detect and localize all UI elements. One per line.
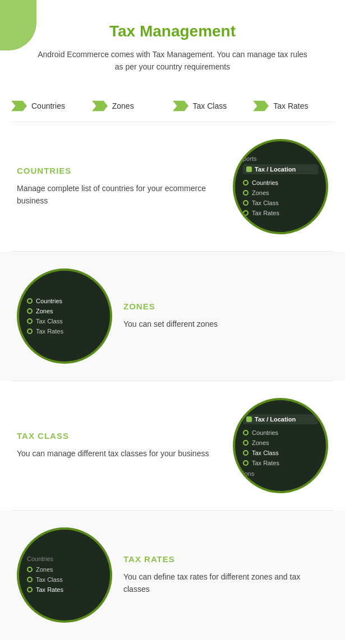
feature-label-countries: Countries — [31, 101, 65, 110]
svg-marker-3 — [253, 100, 269, 111]
section-taxclass: TAX CLASS You can manage different tax c… — [0, 381, 345, 510]
mock-label-taxrates-3: Tax Rates — [252, 460, 279, 466]
mock-label-taxrates: Tax Rates — [252, 210, 279, 216]
taxclass-body: You can manage different tax classes for… — [17, 447, 222, 460]
mock-label-zones: Zones — [252, 189, 269, 196]
mock-dot — [243, 200, 249, 206]
svg-marker-0 — [11, 100, 27, 111]
section-zones: Countries Zones Tax Class Tax Rates ZONE… — [0, 252, 345, 381]
mock-item-taxclass-1: Tax Class — [243, 198, 318, 208]
mock-overflow-top-taxrates: Countries — [27, 555, 102, 562]
taxrates-text: TAX RATES You can define tax rates for d… — [123, 554, 328, 596]
taxrates-heading: TAX RATES — [123, 554, 328, 564]
mock-label-countries: Countries — [252, 179, 278, 186]
feature-taxclass: Tax Class — [173, 100, 254, 112]
mock-label-taxclass: Tax Class — [252, 200, 279, 206]
mock-label-taxrates-4: Tax Rates — [36, 586, 63, 593]
mock-dot — [27, 318, 33, 324]
mock-item-zones-1: Zones — [243, 188, 318, 198]
mock-item-zones-2: Zones — [27, 306, 102, 316]
mock-dot — [243, 190, 249, 196]
mock-label-countries-3: Countries — [252, 429, 278, 436]
mock-dot — [243, 450, 249, 456]
svg-marker-1 — [92, 100, 108, 111]
mock-item-taxclass-3: Tax Class — [243, 448, 318, 458]
feature-zones: Zones — [92, 100, 173, 112]
mock-label-taxclass-2: Tax Class — [36, 318, 63, 325]
mock-item-taxrates-3: Tax Rates — [243, 458, 318, 468]
taxrates-body: You can define tax rates for different z… — [123, 571, 328, 596]
feature-label-taxclass: Tax Class — [193, 101, 227, 110]
mock-label-zones-3: Zones — [252, 439, 269, 446]
header-description: Android Ecommerce comes with Tax Managem… — [34, 48, 311, 73]
mock-label-taxrates-2: Tax Rates — [36, 328, 63, 335]
countries-mockup: ports Tax / Location Countries Zones Tax… — [233, 139, 328, 234]
mock-location-icon — [246, 166, 252, 172]
arrow-icon-taxclass — [173, 100, 188, 112]
mock-location-label-2: Tax / Location — [255, 416, 296, 423]
zones-text: ZONES You can set different zones — [123, 302, 328, 330]
mock-dot — [243, 440, 249, 446]
mock-item-taxclass-2: Tax Class — [27, 316, 102, 326]
page-title: Tax Management — [34, 22, 311, 40]
mock-label-zones-2: Zones — [36, 308, 53, 314]
mock-item-countries-1: Countries — [243, 178, 318, 188]
taxclass-mockup: Tax / Location Countries Zones Tax Class… — [233, 398, 328, 493]
taxclass-text: TAX CLASS You can manage different tax c… — [17, 431, 222, 460]
mock-dot — [27, 328, 33, 334]
countries-text: COUNTRIES Manage complete list of countr… — [17, 166, 222, 207]
mock-dot — [243, 460, 249, 466]
mock-label-taxclass-4: Tax Class — [36, 576, 63, 583]
mock-label-zones-4: Zones — [36, 566, 53, 573]
countries-body: Manage complete list of countries for yo… — [17, 182, 222, 207]
mock-dot — [243, 210, 249, 216]
arrow-icon-countries — [11, 100, 27, 112]
feature-label-taxrates: Tax Rates — [273, 101, 308, 110]
mock-item-taxrates-4: Tax Rates — [27, 585, 102, 595]
mock-dot — [27, 567, 33, 572]
countries-heading: COUNTRIES — [17, 166, 222, 175]
decorative-blob — [0, 0, 36, 50]
mock-dot — [243, 430, 249, 435]
mock-location-row-taxclass: Tax / Location — [243, 414, 318, 424]
mock-location-row-countries: Tax / Location — [243, 164, 318, 174]
zones-mockup: Countries Zones Tax Class Tax Rates — [17, 268, 112, 364]
taxclass-heading: TAX CLASS — [17, 431, 222, 441]
section-countries: COUNTRIES Manage complete list of countr… — [0, 122, 345, 251]
mock-dot — [27, 577, 33, 582]
mock-item-taxrates-1: Tax Rates — [243, 208, 318, 218]
arrow-icon-taxrates — [253, 100, 269, 112]
mock-item-zones-4: Zones — [27, 564, 102, 574]
feature-taxrates: Tax Rates — [253, 100, 334, 112]
mock-overflow-top-countries: ports — [243, 155, 318, 162]
mock-item-taxclass-4: Tax Class — [27, 574, 102, 585]
mock-item-taxrates-2: Tax Rates — [27, 326, 102, 336]
zones-body: You can set different zones — [123, 318, 328, 330]
features-row: Countries Zones Tax Class Tax Rates — [0, 90, 345, 122]
mock-dot — [27, 587, 33, 592]
mock-label-taxclass-3: Tax Class — [252, 450, 279, 456]
mock-dot — [27, 298, 33, 304]
mock-label-countries-2: Countries — [36, 298, 62, 304]
mock-item-zones-3: Zones — [243, 438, 318, 448]
taxrates-mockup: Countries Zones Tax Class Tax Rates — [17, 527, 112, 623]
section-taxrates: Countries Zones Tax Class Tax Rates TAX … — [0, 511, 345, 640]
feature-label-zones: Zones — [112, 101, 134, 110]
mock-dot — [243, 180, 249, 186]
zones-heading: ZONES — [123, 302, 328, 311]
mock-overflow-bottom-taxclass: ions — [243, 470, 318, 477]
header-section: Tax Management Android Ecommerce comes w… — [0, 0, 345, 90]
mock-item-countries-3: Countries — [243, 428, 318, 438]
feature-countries: Countries — [11, 100, 92, 112]
mock-item-countries-2: Countries — [27, 296, 102, 306]
mock-location-icon-2 — [246, 416, 252, 422]
mock-dot — [27, 308, 33, 314]
svg-marker-2 — [173, 100, 188, 111]
mock-location-label: Tax / Location — [255, 166, 296, 173]
arrow-icon-zones — [92, 100, 108, 112]
